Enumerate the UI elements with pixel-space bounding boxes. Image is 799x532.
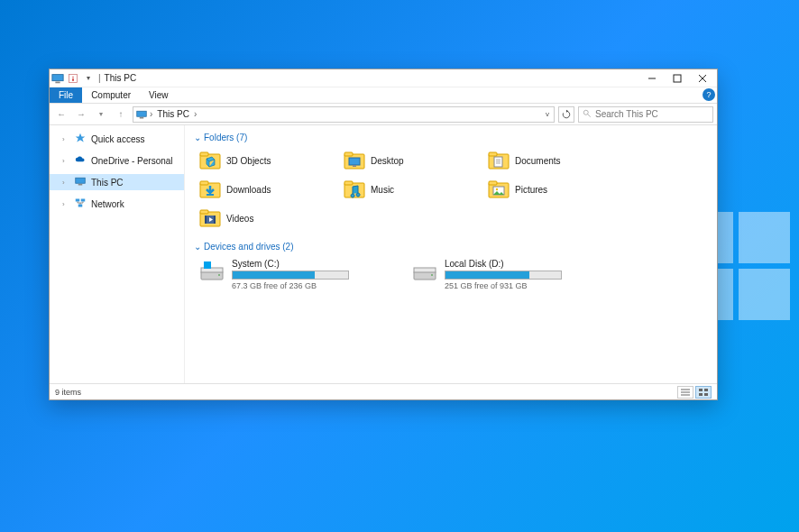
sidebar-item-this-pc[interactable]: › This PC	[50, 174, 184, 190]
sidebar-item-onedrive[interactable]: › OneDrive - Personal	[50, 152, 184, 169]
chevron-right-icon[interactable]: ›	[62, 135, 69, 143]
minimize-button[interactable]	[639, 70, 665, 87]
svg-rect-6	[674, 75, 681, 82]
folder-label: Downloads	[226, 185, 271, 195]
folder-item-3d-objects[interactable]: 3D Objects	[197, 148, 333, 173]
status-item-count: 9 items	[55, 388, 81, 397]
svg-rect-0	[52, 74, 63, 80]
svg-rect-31	[200, 181, 208, 185]
folder-label: Documents	[515, 156, 561, 166]
breadcrumb-this-pc[interactable]: This PC	[154, 109, 192, 119]
svg-point-3	[72, 76, 74, 78]
videos-icon	[199, 207, 221, 229]
nav-up-button[interactable]: ↑	[113, 106, 129, 123]
status-bar: 9 items	[50, 383, 717, 399]
svg-rect-21	[344, 152, 353, 156]
drive-item-0[interactable]: System (C:)67.3 GB free of 236 GB	[197, 257, 405, 292]
sidebar-item-label: OneDrive - Personal	[91, 156, 173, 166]
content-pane: ⌄ Folders (7) 3D ObjectsDesktopDocuments…	[185, 125, 717, 383]
svg-point-11	[583, 110, 588, 115]
svg-rect-34	[344, 181, 353, 185]
folder-item-music[interactable]: Music	[342, 177, 477, 202]
svg-rect-13	[76, 178, 86, 183]
svg-rect-56	[699, 393, 703, 396]
chevron-right-icon[interactable]: ›	[62, 200, 69, 208]
chevron-down-icon: ⌄	[194, 133, 201, 142]
chevron-right-icon[interactable]: ›	[62, 179, 69, 187]
pc-icon	[75, 176, 86, 188]
search-input[interactable]	[595, 109, 710, 119]
sidebar-item-label: Quick access	[91, 134, 144, 144]
address-dropdown-icon[interactable]: v	[543, 110, 552, 118]
refresh-button[interactable]	[558, 106, 574, 123]
nav-back-button[interactable]: ←	[53, 106, 69, 123]
tab-file[interactable]: File	[50, 87, 82, 103]
star-icon	[75, 133, 86, 145]
pc-icon	[135, 108, 148, 121]
svg-rect-19	[200, 152, 208, 156]
search-icon	[583, 109, 592, 120]
tab-view[interactable]: View	[140, 87, 178, 103]
folder-item-documents[interactable]: Documents	[486, 148, 621, 173]
svg-rect-55	[704, 389, 708, 391]
downloads-icon	[199, 179, 221, 200]
cloud-icon	[75, 154, 86, 167]
desktop-icon	[344, 150, 365, 171]
view-details-button[interactable]	[677, 386, 693, 399]
drive-icon	[412, 259, 437, 284]
music-icon	[344, 179, 365, 200]
qat-properties-icon[interactable]	[67, 72, 79, 85]
nav-forward-button[interactable]: →	[73, 106, 89, 123]
address-bar[interactable]: › This PC › v	[133, 106, 555, 123]
drive-name: System (C:)	[232, 259, 403, 269]
navigation-pane: › Quick access › OneDrive - Personal › T…	[50, 125, 185, 383]
pc-icon	[51, 72, 64, 85]
drive-free-text: 67.3 GB free of 236 GB	[232, 281, 403, 290]
nav-recent-dropdown[interactable]: ▾	[93, 106, 109, 123]
close-button[interactable]	[690, 70, 715, 87]
view-large-icons-button[interactable]	[695, 386, 712, 399]
title-separator: |	[98, 73, 101, 83]
svg-rect-40	[200, 210, 208, 214]
drive-usage-bar	[445, 271, 562, 280]
folder-label: Music	[371, 185, 394, 195]
svg-rect-17	[78, 205, 83, 207]
folder-item-desktop[interactable]: Desktop	[342, 148, 477, 173]
svg-rect-57	[704, 393, 708, 396]
documents-icon	[488, 150, 510, 171]
drive-item-1[interactable]: Local Disk (D:)251 GB free of 931 GB	[410, 257, 618, 292]
folder-label: Videos	[226, 214, 253, 224]
ribbon-tabs: File Computer View ?	[50, 87, 717, 104]
group-header-drives[interactable]: ⌄ Devices and drives (2)	[192, 238, 710, 255]
drive-name: Local Disk (D:)	[445, 259, 616, 269]
help-button[interactable]: ?	[703, 88, 715, 101]
drive-usage-bar	[232, 271, 349, 280]
svg-rect-47	[204, 261, 211, 269]
svg-rect-49	[414, 268, 436, 272]
folder-item-downloads[interactable]: Downloads	[197, 177, 333, 202]
svg-rect-25	[489, 152, 497, 156]
group-header-folders[interactable]: ⌄ Folders (7)	[192, 129, 710, 146]
search-box[interactable]	[578, 106, 713, 123]
qat-dropdown-icon[interactable]: ▾	[82, 72, 95, 85]
titlebar: ▾ | This PC	[50, 69, 717, 87]
maximize-button[interactable]	[665, 70, 690, 87]
svg-rect-16	[81, 199, 86, 202]
sidebar-item-quick-access[interactable]: › Quick access	[50, 131, 184, 147]
chevron-down-icon: ⌄	[194, 242, 201, 252]
pictures-icon	[488, 179, 510, 200]
chevron-right-icon[interactable]: ›	[62, 157, 69, 165]
folder-label: 3D Objects	[226, 156, 271, 166]
svg-rect-10	[140, 117, 144, 119]
breadcrumb-sep-icon[interactable]: ›	[194, 109, 197, 119]
tab-computer[interactable]: Computer	[82, 87, 140, 103]
svg-rect-22	[349, 158, 360, 165]
folder-label: Pictures	[515, 185, 547, 195]
svg-rect-4	[72, 78, 74, 81]
folder-item-videos[interactable]: Videos	[197, 206, 333, 231]
sidebar-item-network[interactable]: › Network	[50, 196, 184, 212]
svg-point-38	[496, 188, 498, 190]
3d-icon	[199, 150, 221, 171]
breadcrumb-sep-icon[interactable]: ›	[150, 109, 152, 119]
folder-item-pictures[interactable]: Pictures	[486, 177, 621, 202]
